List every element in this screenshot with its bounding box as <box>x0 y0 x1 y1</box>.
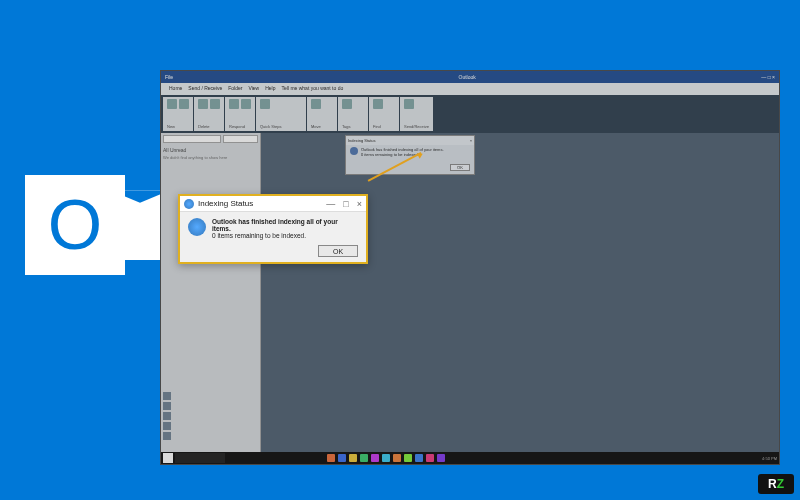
ribbon-group-delete[interactable]: Delete <box>194 97 224 131</box>
reply-icon[interactable] <box>229 99 239 109</box>
title-bar-center: Outlook <box>459 74 476 80</box>
search-icon[interactable] <box>373 99 383 109</box>
app-icon <box>184 199 194 209</box>
search-icon <box>350 147 358 155</box>
ribbon-tab[interactable]: Home <box>169 85 182 93</box>
calendar-icon[interactable] <box>163 402 171 410</box>
window-title-bar: File Outlook — □ × <box>161 71 779 83</box>
dialog-message: 0 items remaining to be indexed. <box>212 232 358 239</box>
dialog-title: Indexing Status <box>348 138 376 143</box>
sync-icon[interactable] <box>404 99 414 109</box>
dialog-title: Indexing Status <box>198 199 253 208</box>
close-icon[interactable]: × <box>470 138 472 143</box>
search-scope-dropdown[interactable] <box>223 135 258 143</box>
tag-icon[interactable] <box>342 99 352 109</box>
new-mail-icon[interactable] <box>167 99 177 109</box>
ribbon-body: New Delete Respond Quick Steps Move Tags… <box>161 95 779 133</box>
taskbar-app-icon[interactable] <box>338 454 346 462</box>
mail-icon[interactable] <box>163 392 171 400</box>
folder-filter[interactable]: All Unread <box>163 147 258 153</box>
taskbar-app-icon[interactable] <box>437 454 445 462</box>
windows-taskbar: 4:50 PM <box>161 452 779 464</box>
taskbar-app-icon[interactable] <box>426 454 434 462</box>
dialog-title-bar: Indexing Status × <box>346 136 474 145</box>
taskbar-app-icon[interactable] <box>371 454 379 462</box>
dialog-message: 0 items remaining to be indexed. <box>361 152 444 157</box>
content-area: All Unread We didn't find anything to sh… <box>161 133 779 453</box>
taskbar-app-icon[interactable] <box>393 454 401 462</box>
ribbon-tab[interactable]: Tell me what you want to do <box>282 85 344 93</box>
taskbar-app-icon[interactable] <box>349 454 357 462</box>
nav-bar <box>161 390 173 450</box>
taskbar-app-icon[interactable] <box>415 454 423 462</box>
maximize-icon[interactable]: □ <box>343 199 348 209</box>
folder-pane: All Unread We didn't find anything to sh… <box>161 133 261 453</box>
ribbon-group-new[interactable]: New <box>163 97 193 131</box>
ok-button[interactable]: OK <box>318 245 358 257</box>
ribbon-group-find[interactable]: Find <box>369 97 399 131</box>
tray-time: 4:50 PM <box>762 456 777 461</box>
dialog-title-bar: Indexing Status — □ × <box>180 196 366 212</box>
ribbon-tab[interactable]: Send / Receive <box>188 85 222 93</box>
quickstep-icon[interactable] <box>260 99 270 109</box>
badge-z: Z <box>777 477 784 491</box>
close-icon[interactable]: × <box>357 199 362 209</box>
more-icon[interactable] <box>163 432 171 440</box>
ok-button[interactable]: OK <box>450 164 470 171</box>
system-tray[interactable]: 4:50 PM <box>762 456 777 461</box>
taskbar-apps <box>327 454 445 462</box>
indexing-status-dialog-small: Indexing Status × Outlook has finished i… <box>345 135 475 175</box>
ribbon-group-move[interactable]: Move <box>307 97 337 131</box>
ribbon-group-sendreceive[interactable]: Send/Receive <box>400 97 433 131</box>
outlook-app-window: File Outlook — □ × Home Send / Receive F… <box>160 70 780 465</box>
taskbar-search[interactable] <box>175 453 225 463</box>
outlook-logo-letter: O <box>25 175 125 275</box>
ribbon-group-quicksteps[interactable]: Quick Steps <box>256 97 306 131</box>
move-icon[interactable] <box>311 99 321 109</box>
delete-icon[interactable] <box>198 99 208 109</box>
ribbon-tab[interactable]: Folder <box>228 85 242 93</box>
taskbar-app-icon[interactable] <box>360 454 368 462</box>
ribbon-group-tags[interactable]: Tags <box>338 97 368 131</box>
taskbar-app-icon[interactable] <box>404 454 412 462</box>
title-bar-controls[interactable]: — □ × <box>761 74 775 80</box>
ribbon-group-respond[interactable]: Respond <box>225 97 255 131</box>
outlook-logo: O <box>25 175 170 275</box>
archive-icon[interactable] <box>210 99 220 109</box>
title-bar-left: File <box>165 74 173 80</box>
minimize-icon[interactable]: — <box>326 199 335 209</box>
dialog-message-bold: Outlook has finished indexing all of you… <box>212 218 358 232</box>
ribbon-tab[interactable]: Help <box>265 85 275 93</box>
tasks-icon[interactable] <box>163 422 171 430</box>
ribbon-tabs: Home Send / Receive Folder View Help Tel… <box>161 83 779 95</box>
start-button[interactable] <box>163 453 173 463</box>
search-input[interactable] <box>163 135 221 143</box>
indexing-status-dialog-large: Indexing Status — □ × Outlook has finish… <box>178 194 368 264</box>
ribbon-tab[interactable]: View <box>248 85 259 93</box>
new-items-icon[interactable] <box>179 99 189 109</box>
forward-icon[interactable] <box>241 99 251 109</box>
watermark-badge: RZ <box>758 474 794 494</box>
badge-r: R <box>768 477 777 491</box>
search-icon <box>188 218 206 236</box>
reading-pane <box>261 133 779 453</box>
people-icon[interactable] <box>163 412 171 420</box>
taskbar-app-icon[interactable] <box>382 454 390 462</box>
taskbar-app-icon[interactable] <box>327 454 335 462</box>
empty-message: We didn't find anything to show here <box>163 155 258 160</box>
